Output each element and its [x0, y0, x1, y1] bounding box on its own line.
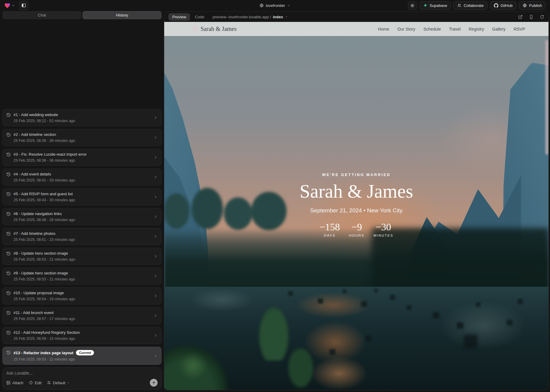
history-icon: [6, 251, 11, 256]
nav-link[interactable]: Our Story: [397, 27, 415, 31]
history-item-title: #4 - Add event details: [14, 172, 51, 176]
publish-label: Publish: [529, 3, 542, 8]
hero-eyebrow: WE'RE GETTING MARRIED: [164, 173, 548, 177]
history-item-timestamp: 25 Feb 2025, 08:36 - 38 minutes ago: [14, 139, 151, 143]
nav-link[interactable]: Home: [378, 27, 389, 31]
history-item-title: #12 - Add Honeyfund Registry Section: [14, 330, 80, 335]
history-item-timestamp: 25 Feb 2025, 08:38 - 36 minutes ago: [14, 158, 151, 163]
lovable-heart-icon: [4, 2, 11, 9]
history-item[interactable]: #10 - Update proposal image 25 Feb 2025,…: [2, 287, 162, 304]
preview-url-base: preview--lovefrontier.lovable.app /: [213, 15, 271, 19]
history-item-timestamp: 25 Feb 2025, 08:22 - 52 minutes ago: [14, 119, 151, 123]
site-brand[interactable]: Sarah & James: [192, 25, 237, 32]
collaborate-label: Collaborate: [464, 3, 484, 8]
site-brand-label: Sarah & James: [201, 25, 237, 32]
history-item-timestamp: 25 Feb 2025, 08:43 - 30 minutes ago: [14, 198, 151, 202]
image-attach-icon: [6, 381, 11, 385]
tab-history[interactable]: History: [83, 11, 162, 19]
history-icon: [6, 152, 11, 157]
history-item-timestamp: 25 Feb 2025, 08:48 - 26 minutes ago: [14, 218, 151, 222]
hero-section: WE'RE GETTING MARRIED Sarah & James Sept…: [164, 173, 548, 237]
tab-chat[interactable]: Chat: [2, 11, 81, 19]
history-item[interactable]: #8 - Update hero section image 25 Feb 20…: [2, 248, 162, 265]
history-item[interactable]: #11 - Add brunch event 25 Feb 2025, 08:5…: [2, 307, 162, 324]
history-item[interactable]: #13 - Refactor index page layout Current…: [2, 347, 162, 365]
sidebar-tabs: Chat History: [2, 11, 162, 19]
preview-url[interactable]: preview--lovefrontier.lovable.app / inde…: [213, 15, 288, 19]
history-item-timestamp: 25 Feb 2025, 08:51 - 23 minutes ago: [14, 238, 151, 242]
edit-label: Edit: [35, 381, 41, 385]
history-item-title: #13 - Refactor index page layout: [14, 351, 73, 355]
publish-button[interactable]: Publish: [519, 1, 546, 10]
history-item[interactable]: #1 - Add wedding website 25 Feb 2025, 08…: [2, 109, 162, 126]
workspace-chevron-down-icon: [12, 4, 15, 7]
tab-code[interactable]: Code: [195, 15, 204, 19]
history-icon: [6, 113, 11, 117]
tab-preview[interactable]: Preview: [168, 13, 190, 21]
url-chevron-down-icon: [285, 15, 288, 18]
chevron-right-icon: [154, 294, 158, 298]
countdown-label: HOURS: [349, 234, 364, 237]
chevron-right-icon: [154, 195, 158, 199]
github-button[interactable]: GitHub: [490, 1, 516, 10]
refresh-button[interactable]: [540, 15, 544, 19]
nav-link[interactable]: Gallery: [492, 27, 506, 31]
history-item[interactable]: #6 - Update navigation links 25 Feb 2025…: [2, 208, 162, 225]
chevron-right-icon: [154, 116, 158, 120]
history-item[interactable]: #9 - Update hero section image 25 Feb 20…: [2, 268, 162, 285]
nav-link[interactable]: RSVP: [514, 27, 525, 31]
history-item-title: #11 - Add brunch event: [14, 310, 53, 315]
history-icon: [6, 212, 11, 216]
nav-link[interactable]: Registry: [469, 27, 484, 31]
mobile-view-button[interactable]: [529, 15, 533, 19]
chevron-right-icon: [154, 274, 158, 278]
history-item-title: #8 - Update hero section image: [14, 251, 68, 256]
supabase-button[interactable]: Supabase: [419, 1, 451, 10]
history-icon: [6, 350, 11, 355]
countdown: −158 DAYS −9 HOURS −30 MINUTES: [164, 222, 548, 237]
chevron-right-icon: [154, 155, 158, 159]
collaborate-button[interactable]: Collaborate: [453, 1, 488, 10]
supabase-icon: [423, 3, 428, 7]
send-button[interactable]: [150, 379, 158, 387]
countdown-label: DAYS: [319, 234, 340, 237]
prompt-input[interactable]: [6, 371, 158, 376]
panel-left-icon: [21, 3, 26, 8]
countdown-unit: −30 MINUTES: [373, 222, 393, 237]
history-item[interactable]: #7 - Add timeline photos 25 Feb 2025, 08…: [2, 228, 162, 245]
mode-label: Default: [53, 381, 65, 385]
hero-title: Sarah & James: [164, 181, 548, 202]
open-external-button[interactable]: [518, 15, 523, 19]
history-icon: [6, 192, 11, 196]
history-icon: [6, 331, 11, 335]
settings-button[interactable]: [408, 1, 417, 10]
sliders-icon: [47, 381, 51, 385]
nav-link[interactable]: Schedule: [423, 27, 441, 31]
history-item-title: #6 - Update navigation links: [14, 211, 62, 216]
nav-link[interactable]: Travel: [449, 27, 461, 31]
github-icon: [494, 3, 498, 8]
users-icon: [457, 3, 461, 7]
history-item-timestamp: 25 Feb 2025, 08:59 - 15 minutes ago: [14, 337, 151, 341]
attach-button[interactable]: Attach: [6, 381, 23, 385]
countdown-value: −9: [349, 222, 364, 233]
sidebar-toggle-button[interactable]: [19, 1, 28, 10]
lovable-logo-menu[interactable]: [4, 2, 15, 9]
history-item-title: #10 - Update proposal image: [14, 291, 64, 295]
mode-select[interactable]: Default: [47, 381, 70, 385]
history-item[interactable]: #12 - Add Honeyfund Registry Section 25 …: [2, 327, 162, 344]
countdown-label: MINUTES: [373, 234, 393, 237]
supabase-label: Supabase: [430, 3, 447, 8]
arrow-up-icon: [152, 381, 156, 385]
history-item[interactable]: #2 - Add timeline section 25 Feb 2025, 0…: [2, 129, 162, 146]
history-item[interactable]: #5 - Add RSVP form and guest list 25 Feb…: [2, 188, 162, 205]
countdown-value: −158: [319, 222, 340, 233]
edit-button[interactable]: Edit: [29, 381, 41, 385]
history-item[interactable]: #3 - Fix: Resolve Lucide-react import er…: [2, 149, 162, 166]
project-name: lovefrontier: [266, 3, 285, 8]
app-topbar: lovefrontier Supabase Collaborate: [0, 0, 550, 11]
project-switcher[interactable]: lovefrontier: [259, 0, 290, 11]
history-item[interactable]: #4 - Add event details 25 Feb 2025, 08:4…: [2, 169, 162, 186]
globe-icon: [259, 3, 264, 7]
history-item-title: #1 - Add wedding website: [14, 112, 58, 117]
